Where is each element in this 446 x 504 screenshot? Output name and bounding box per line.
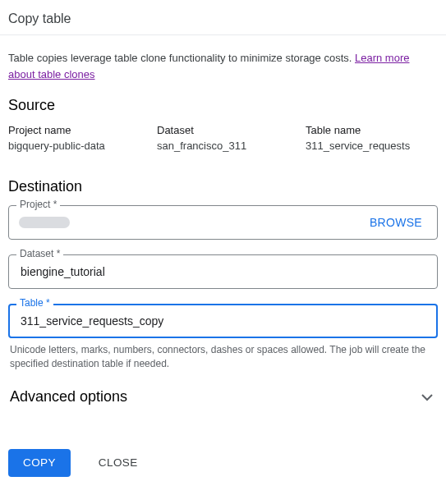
chevron-down-icon — [418, 388, 436, 406]
dataset-input[interactable] — [19, 264, 427, 279]
source-project-label: Project name — [8, 124, 140, 136]
source-heading: Source — [8, 97, 438, 114]
dialog-actions: COPY CLOSE — [8, 449, 438, 477]
dialog-title: Copy table — [8, 8, 438, 34]
destination-heading: Destination — [8, 178, 438, 195]
dataset-field-label: Dataset * — [16, 248, 63, 259]
description-text: Table copies leverage table clone functi… — [8, 52, 355, 64]
copy-table-dialog: Copy table Table copies leverage table c… — [0, 0, 446, 488]
copy-button[interactable]: COPY — [8, 449, 71, 477]
description: Table copies leverage table clone functi… — [8, 50, 438, 82]
browse-button[interactable]: BROWSE — [365, 215, 427, 230]
advanced-options-label: Advanced options — [10, 388, 127, 405]
table-helper-text: Unicode letters, marks, numbers, connect… — [8, 343, 438, 372]
close-button[interactable]: CLOSE — [84, 449, 153, 477]
table-field-label: Table * — [16, 297, 53, 309]
project-field-label: Project * — [16, 199, 60, 210]
advanced-options-toggle[interactable]: Advanced options — [8, 380, 438, 415]
source-grid: Project name bigquery-public-data Datase… — [8, 124, 438, 152]
project-value-redacted — [19, 217, 70, 228]
source-dataset-value: san_francisco_311 — [157, 140, 289, 152]
source-dataset-label: Dataset — [157, 124, 289, 136]
project-field: Project * BROWSE — [8, 205, 438, 240]
table-input[interactable] — [19, 314, 427, 328]
divider — [0, 34, 446, 35]
table-field: Table * Unicode letters, marks, numbers,… — [8, 304, 438, 372]
source-project-value: bigquery-public-data — [8, 140, 140, 152]
dataset-field: Dataset * — [8, 254, 438, 289]
source-table-label: Table name — [306, 124, 438, 136]
source-table-value: 311_service_requests — [306, 140, 438, 152]
